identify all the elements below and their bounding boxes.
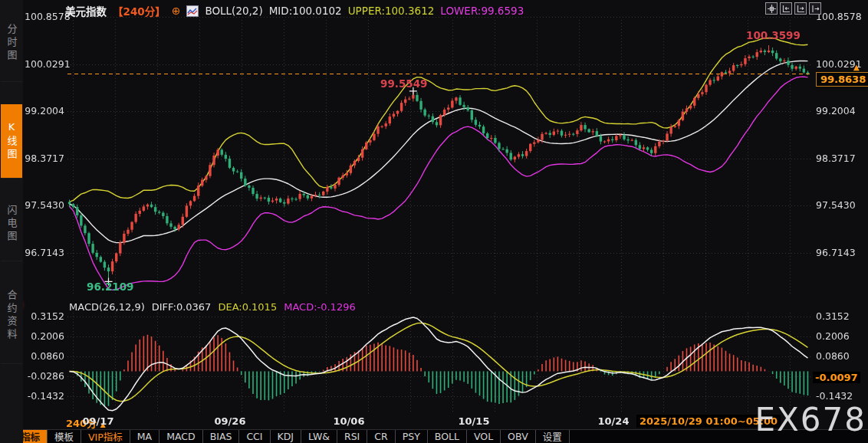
macd-bar-value: MACD:-0.1296 bbox=[284, 301, 356, 313]
macd-header: MACD(26,12,9) DIFF:0.0367 DEA:0.1015 MAC… bbox=[69, 301, 356, 313]
chart-header: 美元指数 【240分】 ⊕ BOLL(20,2) MID:100.0102 UP… bbox=[65, 3, 524, 18]
date-label-1: 09/26 bbox=[207, 415, 253, 427]
toolbar-item-2[interactable]: VIP指标 bbox=[81, 430, 130, 443]
candlestick-chart-canvas[interactable] bbox=[0, 0, 868, 443]
boll-upper-value: UPPER:100.3612 bbox=[348, 5, 435, 17]
macd-axis-right-1: 0.2006 bbox=[816, 330, 850, 342]
macd-axis-left-3: -0.0286 bbox=[25, 370, 64, 382]
toolbar-item-14[interactable]: OBV bbox=[501, 430, 536, 443]
main-axis-left-3: 98.3717 bbox=[25, 153, 64, 164]
macd-diff-value: DIFF:0.0367 bbox=[152, 301, 212, 313]
toolbar-item-12[interactable]: BOLL bbox=[428, 430, 467, 443]
boll-lower-value: LOWER:99.6593 bbox=[440, 5, 524, 17]
macd-axis-left-0: 0.3152 bbox=[25, 310, 64, 322]
trading-app-window: 分时图K线图闪电图合约资料 美元指数 【240分】 ⊕ BOLL(20,2) M… bbox=[0, 0, 868, 443]
date-label-3: 10/15 bbox=[451, 415, 497, 427]
toolbar-item-9[interactable]: RSI bbox=[337, 430, 367, 443]
price-up-arrow-icon: ▲ bbox=[853, 63, 860, 71]
main-axis-left-5: 96.7143 bbox=[25, 247, 64, 258]
indicator-toolbar: 指标模板VIP指标MAMACDBIASCCIKDJLW&RSICRPSYBOLL… bbox=[0, 429, 868, 443]
sidebar-tab-0[interactable]: 分时图 bbox=[1, 5, 22, 82]
zoom-in-axis-icon[interactable] bbox=[780, 2, 792, 15]
macd-axis-left-1: 0.2006 bbox=[25, 330, 64, 342]
time-axis: 240分 ▲ 2025/10/29 01:00~05:00 09/1709/26… bbox=[0, 414, 868, 429]
macd-dea-value: DEA:0.1015 bbox=[218, 301, 277, 313]
toolbar-item-11[interactable]: PSY bbox=[396, 430, 428, 443]
toolbar-item-6[interactable]: CCI bbox=[239, 430, 270, 443]
date-label-4: 10/24 bbox=[590, 415, 636, 427]
macd-current-badge: -0.0097 bbox=[813, 372, 860, 383]
indicator-chart-icon[interactable] bbox=[186, 5, 199, 17]
boll-label: BOLL(20,2) bbox=[205, 5, 262, 17]
main-axis-right-0: 100.8578 bbox=[816, 11, 862, 22]
expand-icon[interactable]: ⊕ bbox=[172, 5, 181, 17]
current-bar-datetime: 2025/10/29 01:00~05:00 bbox=[636, 415, 781, 428]
main-axis-right-4: 97.5430 bbox=[816, 199, 856, 211]
toolbar-item-8[interactable]: LW& bbox=[301, 430, 337, 443]
toolbar-item-3[interactable]: MA bbox=[130, 430, 159, 443]
main-axis-left-1: 100.0291 bbox=[25, 58, 64, 70]
date-label-0: 09/17 bbox=[75, 415, 121, 427]
main-axis-right-5: 96.7143 bbox=[816, 247, 856, 258]
current-price-badge: 99.8638 bbox=[816, 72, 868, 87]
toolbar-item-5[interactable]: BIAS bbox=[203, 430, 240, 443]
main-axis-right-3: 98.3717 bbox=[816, 153, 856, 164]
chart-mode-rail: 分时图K线图闪电图合约资料 bbox=[0, 0, 23, 443]
low-price-annotation: 96.2109 bbox=[87, 281, 134, 293]
period-label: 【240分】 bbox=[113, 3, 166, 18]
main-axis-right-2: 99.2004 bbox=[816, 105, 856, 116]
toolbar-item-15[interactable]: 设置 bbox=[536, 430, 570, 443]
sidebar-tab-2[interactable]: 闪电图 bbox=[1, 187, 22, 261]
main-axis-left-0: 100.8578 bbox=[25, 11, 64, 22]
toolbar-item-4[interactable]: MACD bbox=[159, 430, 202, 443]
main-axis-left-4: 97.5430 bbox=[25, 199, 64, 211]
toolbar-item-7[interactable]: KDJ bbox=[271, 430, 302, 443]
macd-axis-right-2: 0.0860 bbox=[816, 350, 850, 362]
date-label-2: 10/06 bbox=[326, 415, 372, 427]
toolbar-item-1[interactable]: 模板 bbox=[48, 430, 81, 443]
boll-mid-value: MID:100.0102 bbox=[269, 5, 342, 17]
zoom-out-axis-icon[interactable] bbox=[794, 2, 807, 15]
sidebar-tab-1[interactable]: K线图 bbox=[1, 104, 22, 179]
symbol-name: 美元指数 bbox=[65, 3, 107, 18]
main-axis-left-2: 99.2004 bbox=[25, 105, 64, 116]
toolbar-item-10[interactable]: CR bbox=[367, 430, 395, 443]
chart-tools bbox=[765, 2, 821, 15]
crosshair-icon[interactable] bbox=[765, 2, 778, 15]
macd-axis-left-4: -0.1432 bbox=[25, 390, 64, 402]
high-price-annotation: 100.3599 bbox=[746, 29, 801, 41]
macd-axis-left-2: 0.0860 bbox=[25, 350, 64, 362]
macd-axis-right-0: 0.3152 bbox=[816, 310, 850, 322]
shift-right-icon[interactable] bbox=[809, 2, 821, 15]
sidebar-tab-3[interactable]: 合约资料 bbox=[1, 268, 22, 364]
macd-axis-right-4: -0.1432 bbox=[816, 390, 853, 402]
peak-price-annotation: 99.5549 bbox=[380, 77, 428, 90]
macd-name: MACD(26,12,9) bbox=[69, 301, 145, 313]
toolbar-item-13[interactable]: VOL bbox=[467, 430, 501, 443]
